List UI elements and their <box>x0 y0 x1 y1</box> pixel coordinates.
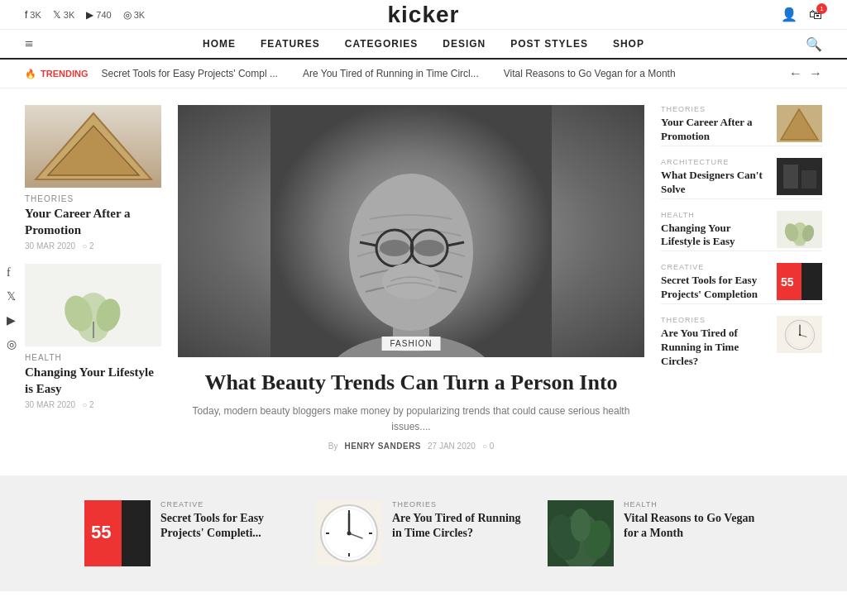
trending-item-2[interactable]: Are You Tired of Running in Time Circl..… <box>303 68 479 79</box>
nav-home[interactable]: HOME <box>203 38 236 50</box>
bottom-card-2-title[interactable]: Are You Tired of Running in Time Circles… <box>392 511 531 541</box>
svg-rect-22 <box>783 165 798 189</box>
bottom-card-3-image[interactable] <box>548 500 614 566</box>
right-card-4-title[interactable]: Secret Tools for Easy Projects' Completi… <box>661 274 768 302</box>
left-card-1-date: 30 MAR 2020 <box>25 241 75 251</box>
twitter-count: 3K <box>64 10 74 20</box>
svg-point-45 <box>347 532 352 536</box>
nav-categories[interactable]: CATEGORIES <box>345 38 418 50</box>
youtube-icon: ▶ <box>86 9 93 21</box>
trending-item-1[interactable]: Secret Tools for Easy Projects' Compl ..… <box>101 68 277 79</box>
cart-button[interactable]: 🛍 1 <box>809 7 822 22</box>
hero-date: 27 JAN 2020 <box>428 442 476 451</box>
search-icon[interactable]: 🔍 <box>806 36 822 52</box>
right-card-2-thumb[interactable] <box>777 158 822 195</box>
left-column: THEORIES Your Career After a Promotion 3… <box>25 105 161 451</box>
bottom-card-1: 55 CREATIVE Secret Tools for Easy Projec… <box>84 500 299 566</box>
nav-shop[interactable]: SHOP <box>613 38 644 50</box>
instagram-icon: ◎ <box>123 9 132 21</box>
nav-design[interactable]: DESIGN <box>443 38 486 50</box>
right-card-1-category: THEORIES <box>661 105 768 113</box>
nav-bar: ≡ HOME FEATURES CATEGORIES DESIGN POST S… <box>0 30 847 60</box>
hero-byline: By HENRY SANDERS 27 JAN 2020 ○ 0 <box>178 442 644 451</box>
right-card-3-text: HEALTH Changing Your Lifestyle is Easy <box>661 211 768 250</box>
right-card-1-thumb[interactable] <box>777 105 822 142</box>
left-card-2-comments: ○ 2 <box>82 400 93 409</box>
bottom-card-2-category: THEORIES <box>392 500 531 509</box>
trending-label: 🔥 TRENDING <box>25 69 88 79</box>
right-card-4-text: CREATIVE Secret Tools for Easy Projects'… <box>661 263 768 302</box>
svg-rect-23 <box>802 170 816 189</box>
youtube-count: 740 <box>96 10 111 20</box>
hero-image[interactable]: FASHION <box>178 105 644 357</box>
bottom-card-1-text: CREATIVE Secret Tools for Easy Projects'… <box>160 500 299 541</box>
left-card-1-title[interactable]: Your Career After a Promotion <box>25 206 161 238</box>
right-card-1: THEORIES Your Career After a Promotion <box>661 105 822 146</box>
left-card-2-title[interactable]: Changing Your Lifestyle is Easy <box>25 365 161 397</box>
nav-post-styles[interactable]: POST STYLES <box>510 38 588 50</box>
bottom-card-3-title[interactable]: Vital Reasons to Go Vegan for a Month <box>624 511 763 541</box>
left-card-2-meta: 30 MAR 2020 ○ 2 <box>25 400 161 409</box>
right-card-5-title[interactable]: Are You Tired of Running in Time Circles… <box>661 327 768 369</box>
left-card-1-image[interactable] <box>25 105 161 188</box>
right-card-3-thumb[interactable] <box>777 211 822 248</box>
trending-nav: ← → <box>789 66 822 81</box>
left-card-1-meta: 30 MAR 2020 ○ 2 <box>25 241 161 251</box>
main-content: THEORIES Your Career After a Promotion 3… <box>0 88 847 467</box>
bottom-card-2: THEORIES Are You Tired of Running in Tim… <box>316 500 531 566</box>
right-card-5-text: THEORIES Are You Tired of Running in Tim… <box>661 316 768 369</box>
float-youtube-icon[interactable]: ▶ <box>7 313 17 327</box>
instagram-link[interactable]: ◎ 3K <box>123 9 145 21</box>
facebook-link[interactable]: f 3K <box>25 9 41 21</box>
left-card-1-category: THEORIES <box>25 194 161 203</box>
right-card-5-category: THEORIES <box>661 316 768 324</box>
right-card-3-category: HEALTH <box>661 211 768 219</box>
nav-features[interactable]: FEATURES <box>261 38 320 50</box>
float-twitter-icon[interactable]: 𝕏 <box>7 289 17 303</box>
right-card-5-thumb[interactable] <box>777 316 822 353</box>
fire-icon: 🔥 <box>25 69 36 79</box>
top-bar-actions: 👤 🛍 1 <box>781 7 822 22</box>
hero-author[interactable]: HENRY SANDERS <box>344 442 421 451</box>
hero-image-inner <box>178 105 644 357</box>
site-title[interactable]: kicker <box>388 2 460 28</box>
float-instagram-icon[interactable]: ◎ <box>7 337 17 351</box>
center-column: FASHION What Beauty Trends Can Turn a Pe… <box>178 105 644 451</box>
right-card-1-title[interactable]: Your Career After a Promotion <box>661 116 768 144</box>
float-facebook-icon[interactable]: f <box>7 265 17 279</box>
svg-text:55: 55 <box>781 275 794 289</box>
trending-bar: 🔥 TRENDING Secret Tools for Easy Project… <box>0 60 847 88</box>
twitter-icon: 𝕏 <box>53 9 61 21</box>
float-social-bar: f 𝕏 ▶ ◎ <box>7 265 17 351</box>
trending-next[interactable]: → <box>809 66 822 81</box>
bottom-card-1-title[interactable]: Secret Tools for Easy Projects' Completi… <box>160 511 299 541</box>
left-card-2-image[interactable] <box>25 264 161 346</box>
facebook-icon: f <box>25 9 27 21</box>
top-bar: f 3K 𝕏 3K ▶ 740 ◎ 3K kicker 👤 🛍 1 <box>0 0 847 30</box>
bottom-card-3-text: HEALTH Vital Reasons to Go Vegan for a M… <box>624 500 763 541</box>
social-links: f 3K 𝕏 3K ▶ 740 ◎ 3K <box>25 9 145 21</box>
right-card-3-title[interactable]: Changing Your Lifestyle is Easy <box>661 222 768 250</box>
right-card-2: ARCHITECTURE What Designers Can't Solve <box>661 158 822 199</box>
twitter-link[interactable]: 𝕏 3K <box>53 9 74 21</box>
youtube-link[interactable]: ▶ 740 <box>86 9 111 21</box>
bottom-section: 55 CREATIVE Secret Tools for Easy Projec… <box>0 475 847 591</box>
bottom-card-2-image[interactable] <box>316 500 382 566</box>
right-card-4-thumb[interactable]: 55 <box>777 263 822 300</box>
right-card-4-category: CREATIVE <box>661 263 768 271</box>
trending-prev[interactable]: ← <box>789 66 802 81</box>
right-card-2-title[interactable]: What Designers Can't Solve <box>661 169 768 197</box>
svg-point-54 <box>571 509 591 542</box>
hamburger-menu[interactable]: ≡ <box>25 36 33 53</box>
cart-count: 1 <box>816 3 827 14</box>
architecture-img <box>25 105 161 188</box>
facebook-count: 3K <box>30 10 41 20</box>
bottom-card-1-image[interactable]: 55 <box>84 500 151 566</box>
right-card-2-text: ARCHITECTURE What Designers Can't Solve <box>661 158 768 197</box>
user-icon[interactable]: 👤 <box>781 7 797 22</box>
hero-comments: ○ 0 <box>482 442 494 451</box>
trending-item-3[interactable]: Vital Reasons to Go Vegan for a Month <box>504 68 676 79</box>
hero-category-tag: FASHION <box>382 337 441 351</box>
hero-title[interactable]: What Beauty Trends Can Turn a Person Int… <box>178 369 644 397</box>
bottom-card-3: HEALTH Vital Reasons to Go Vegan for a M… <box>548 500 763 566</box>
